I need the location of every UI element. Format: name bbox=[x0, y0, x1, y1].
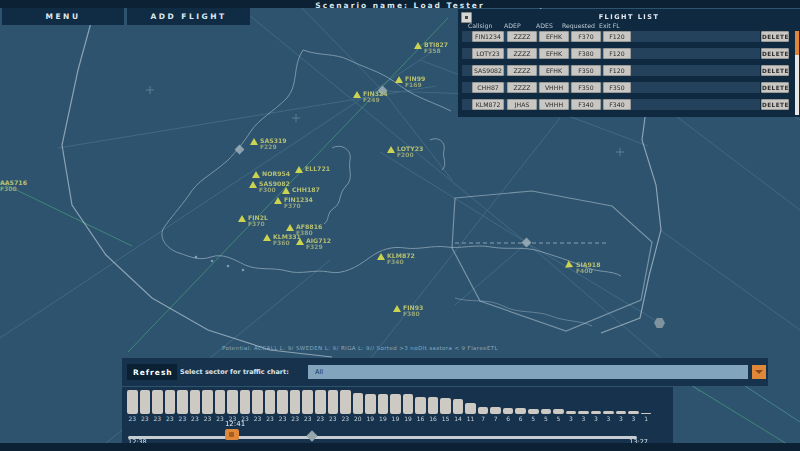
bar-value-label: 19 bbox=[377, 415, 390, 422]
cell-adep[interactable]: ZZZZ bbox=[507, 65, 537, 76]
cell-callsign[interactable]: FIN1234 bbox=[472, 31, 504, 42]
aircraft-callsign: CHH187 bbox=[292, 186, 320, 193]
bar-rect bbox=[165, 390, 176, 414]
bar-rect bbox=[440, 398, 451, 414]
cell-ades[interactable]: VHHH bbox=[539, 82, 569, 93]
traffic-toolbar: Refresh Select sector for traffic chart:… bbox=[122, 358, 768, 386]
aircraft-icon bbox=[274, 197, 282, 204]
aircraft-icon bbox=[252, 171, 260, 178]
flight-list-panel: FLIGHT LIST Callsign ADEP ADES Requested… bbox=[458, 9, 800, 117]
sector-select-label: Select sector for traffic chart: bbox=[180, 368, 289, 376]
menu-button[interactable]: MENU bbox=[2, 8, 124, 25]
bar-value-label: 19 bbox=[389, 415, 402, 422]
cell-exit_fl[interactable]: F120 bbox=[603, 65, 631, 76]
bar-value-label: 7 bbox=[489, 415, 502, 422]
aircraft-flight-level: F329 bbox=[306, 243, 323, 250]
bar-value-label: 23 bbox=[314, 415, 327, 422]
bar-value-label: 23 bbox=[251, 415, 264, 422]
traffic-bars: 2323232323232323232323232323232323232019… bbox=[126, 390, 652, 422]
bar-value-label: 23 bbox=[151, 415, 164, 422]
cell-callsign[interactable]: CHH87 bbox=[472, 82, 504, 93]
traffic-bar: 19 bbox=[364, 390, 377, 422]
bar-rect bbox=[403, 394, 414, 414]
bar-rect bbox=[290, 390, 301, 414]
cell-requested[interactable]: F350 bbox=[571, 65, 601, 76]
bar-value-label: 14 bbox=[452, 415, 465, 422]
bar-rect bbox=[365, 394, 376, 414]
aircraft-icon bbox=[353, 91, 361, 98]
traffic-bar: 23 bbox=[339, 390, 352, 422]
timeline-handle[interactable] bbox=[225, 429, 239, 440]
cell-requested[interactable]: F350 bbox=[571, 82, 601, 93]
aircraft-icon bbox=[414, 42, 422, 49]
scrollbar[interactable] bbox=[795, 31, 799, 115]
delete-button[interactable]: DELETE bbox=[761, 31, 789, 42]
cell-adep[interactable]: ZZZZ bbox=[507, 31, 537, 42]
bar-value-label: 23 bbox=[327, 415, 340, 422]
traffic-bar: 23 bbox=[151, 390, 164, 422]
delete-button[interactable]: DELETE bbox=[761, 65, 789, 76]
traffic-bar: 14 bbox=[452, 390, 465, 422]
cell-ades[interactable]: VHHH bbox=[539, 99, 569, 110]
traffic-bar: 23 bbox=[289, 390, 302, 422]
traffic-bar: 3 bbox=[565, 390, 578, 422]
route-line-teal bbox=[745, 386, 800, 422]
delete-button[interactable]: DELETE bbox=[761, 48, 789, 59]
bar-rect bbox=[453, 399, 464, 414]
traffic-bar: 16 bbox=[414, 390, 427, 422]
aircraft-flight-level: F380 bbox=[403, 310, 420, 317]
traffic-bar: 23 bbox=[251, 390, 264, 422]
cell-adep[interactable]: ZZZZ bbox=[507, 48, 537, 59]
cell-ades[interactable]: EFHK bbox=[539, 48, 569, 59]
aircraft-icon bbox=[295, 166, 303, 173]
add-flight-button[interactable]: ADD FLIGHT bbox=[127, 8, 250, 25]
cell-ades[interactable]: EFHK bbox=[539, 65, 569, 76]
aircraft-icon bbox=[395, 76, 403, 83]
traffic-bar: 23 bbox=[214, 390, 227, 422]
bar-rect bbox=[265, 390, 276, 414]
bar-rect bbox=[240, 390, 251, 414]
bar-rect bbox=[628, 411, 639, 414]
cell-callsign[interactable]: LOTY23 bbox=[472, 48, 504, 59]
bar-rect bbox=[428, 397, 439, 414]
bar-value-label: 3 bbox=[627, 415, 640, 422]
column-header-callsign: Callsign bbox=[468, 22, 492, 29]
dropdown-caret-button[interactable] bbox=[752, 365, 766, 379]
cell-exit_fl[interactable]: F120 bbox=[603, 31, 631, 42]
cell-requested[interactable]: F370 bbox=[571, 31, 601, 42]
cell-adep[interactable]: JHAS bbox=[507, 99, 537, 110]
traffic-bar: 23 bbox=[164, 390, 177, 422]
bar-value-label: 23 bbox=[289, 415, 302, 422]
bar-value-label: 5 bbox=[552, 415, 565, 422]
aircraft-icon bbox=[250, 138, 258, 145]
bar-rect bbox=[190, 390, 201, 414]
bar-value-label: 16 bbox=[427, 415, 440, 422]
bar-value-label: 11 bbox=[464, 415, 477, 422]
cell-adep[interactable]: ZZZZ bbox=[507, 82, 537, 93]
traffic-bar: 23 bbox=[126, 390, 139, 422]
cell-exit_fl[interactable]: F340 bbox=[603, 99, 631, 110]
aircraft-icon bbox=[377, 253, 385, 260]
aircraft-icon bbox=[238, 215, 246, 222]
cell-callsign[interactable]: SAS9082 bbox=[472, 65, 504, 76]
cell-callsign[interactable]: KLM872 bbox=[472, 99, 504, 110]
bar-rect bbox=[641, 413, 652, 415]
timeline-track[interactable] bbox=[128, 436, 637, 439]
scrollbar-thumb[interactable] bbox=[795, 31, 799, 55]
cell-requested[interactable]: F340 bbox=[571, 99, 601, 110]
aircraft-flight-level: F370 bbox=[248, 220, 265, 227]
delete-button[interactable]: DELETE bbox=[761, 99, 789, 110]
traffic-bar: 7 bbox=[489, 390, 502, 422]
cell-ades[interactable]: EFHK bbox=[539, 31, 569, 42]
aircraft-flight-level: F300 bbox=[259, 186, 276, 193]
cell-requested[interactable]: F380 bbox=[571, 48, 601, 59]
bar-value-label: 23 bbox=[276, 415, 289, 422]
delete-button[interactable]: DELETE bbox=[761, 82, 789, 93]
bar-rect bbox=[503, 408, 514, 414]
sector-dropdown[interactable]: All bbox=[308, 365, 748, 379]
refresh-button[interactable]: Refresh bbox=[127, 364, 177, 380]
traffic-bar: 20 bbox=[352, 390, 365, 422]
cell-exit_fl[interactable]: F350 bbox=[603, 82, 631, 93]
cell-exit_fl[interactable]: F120 bbox=[603, 48, 631, 59]
bar-rect bbox=[152, 390, 163, 414]
